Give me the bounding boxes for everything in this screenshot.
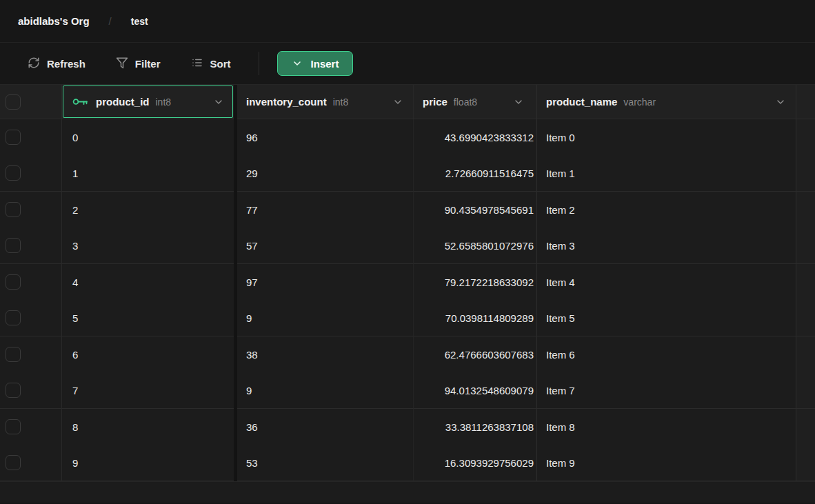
row-select-cell[interactable] <box>0 445 62 482</box>
row-select-cell[interactable] <box>0 336 62 373</box>
cell-inventory_count[interactable]: 36 <box>237 409 414 445</box>
column-type: varchar <box>623 97 656 108</box>
breadcrumb-separator: / <box>109 15 112 27</box>
cell-product_name[interactable]: Item 2 <box>537 192 796 228</box>
breadcrumb-org[interactable]: abidlabs's Org <box>18 15 90 27</box>
column-header-inventory_count[interactable]: inventory_count int8 <box>237 85 414 119</box>
cell-product_id[interactable]: 1 <box>62 156 234 192</box>
insert-button[interactable]: Insert <box>277 51 354 76</box>
cell-product_name[interactable]: Item 8 <box>537 409 796 445</box>
column-header-product_id[interactable]: product_id int8 <box>62 85 234 119</box>
row-select-cell[interactable] <box>0 192 62 228</box>
column-header-product_name[interactable]: product_name varchar <box>537 85 796 119</box>
cell-inventory_count[interactable]: 97 <box>237 264 414 301</box>
cell-inventory_count[interactable]: 96 <box>237 119 414 156</box>
cell-product_name[interactable]: Item 4 <box>537 264 796 301</box>
cell-price[interactable]: 43.6990423833312 <box>414 119 537 156</box>
cell-price[interactable]: 94.0132548609079 <box>414 373 537 410</box>
chevron-down-icon <box>292 58 303 69</box>
row-checkbox[interactable] <box>6 238 21 253</box>
chevron-down-icon[interactable] <box>775 97 786 108</box>
cell-price[interactable]: 33.3811263837108 <box>414 409 537 445</box>
chevron-down-icon[interactable] <box>392 97 403 108</box>
select-all-checkbox[interactable] <box>6 94 21 110</box>
column-type: int8 <box>333 97 349 108</box>
row-empty-strip <box>796 156 815 192</box>
row-checkbox[interactable] <box>6 310 21 325</box>
cell-product_name[interactable]: Item 7 <box>537 373 796 410</box>
breadcrumb-table[interactable]: test <box>131 16 148 27</box>
cell-product_name[interactable]: Item 6 <box>537 336 796 373</box>
cell-product_id[interactable]: 8 <box>62 409 234 445</box>
cell-product_id[interactable]: 4 <box>62 264 234 301</box>
row-checkbox[interactable] <box>6 383 21 398</box>
cell-inventory_count[interactable]: 9 <box>237 301 414 337</box>
row-checkbox[interactable] <box>6 455 21 470</box>
refresh-icon <box>28 57 40 71</box>
cell-product_name[interactable]: Item 9 <box>537 445 796 482</box>
row-empty-strip <box>796 119 815 156</box>
row-select-cell[interactable] <box>0 409 62 445</box>
cell-product_id[interactable]: 7 <box>62 373 234 410</box>
table-row: 0 96 43.6990423833312 Item 0 <box>0 119 815 156</box>
refresh-label: Refresh <box>47 58 85 70</box>
data-grid: product_id int8 inventory_count int8 pri… <box>0 85 815 481</box>
row-empty-strip <box>796 336 815 373</box>
column-header-price[interactable]: price float8 <box>414 85 537 119</box>
cell-price[interactable]: 52.6585801072976 <box>414 228 537 265</box>
cell-product_id[interactable]: 2 <box>62 192 234 228</box>
cell-price[interactable]: 62.4766603607683 <box>414 336 537 373</box>
cell-inventory_count[interactable]: 29 <box>237 156 414 192</box>
table-body: 0 96 43.6990423833312 Item 0 1 29 2.7266… <box>0 119 815 481</box>
cell-product_name[interactable]: Item 0 <box>537 119 796 156</box>
cell-product_id[interactable]: 9 <box>62 445 234 482</box>
chevron-down-icon[interactable] <box>513 97 524 108</box>
row-checkbox[interactable] <box>6 130 21 145</box>
cell-product_id[interactable]: 6 <box>62 336 234 373</box>
chevron-down-icon[interactable] <box>213 97 224 108</box>
cell-inventory_count[interactable]: 53 <box>237 445 414 482</box>
toolbar: Refresh Filter Sort Insert <box>0 43 815 85</box>
row-empty-strip <box>796 301 815 337</box>
table-header-row: product_id int8 inventory_count int8 pri… <box>0 85 815 119</box>
row-select-cell[interactable] <box>0 264 62 301</box>
row-empty-strip <box>796 192 815 228</box>
funnel-icon <box>116 57 128 71</box>
cell-product_name[interactable]: Item 5 <box>537 301 796 337</box>
row-select-cell[interactable] <box>0 119 62 156</box>
row-select-cell[interactable] <box>0 228 62 265</box>
cell-inventory_count[interactable]: 38 <box>237 336 414 373</box>
cell-price[interactable]: 79.2172218633092 <box>414 264 537 301</box>
row-checkbox[interactable] <box>6 274 21 290</box>
cell-product_id[interactable]: 5 <box>62 301 234 337</box>
row-checkbox[interactable] <box>6 165 21 181</box>
cell-inventory_count[interactable]: 57 <box>237 228 414 265</box>
table-row: 7 9 94.0132548609079 Item 7 <box>0 373 815 410</box>
cell-price[interactable]: 90.4354978545691 <box>414 192 537 228</box>
cell-price[interactable]: 16.3093929756029 <box>414 445 537 482</box>
row-select-cell[interactable] <box>0 373 62 410</box>
cell-price[interactable]: 70.0398114809289 <box>414 301 537 337</box>
sort-button[interactable]: Sort <box>184 51 238 77</box>
cell-product_id[interactable]: 3 <box>62 228 234 265</box>
table-row: 5 9 70.0398114809289 Item 5 <box>0 301 815 337</box>
cell-inventory_count[interactable]: 9 <box>237 373 414 410</box>
breadcrumb: abidlabs's Org / test <box>0 0 815 43</box>
column-type: int8 <box>156 97 172 108</box>
select-all-cell[interactable] <box>0 85 62 119</box>
row-checkbox[interactable] <box>6 347 21 362</box>
cell-product_id[interactable]: 0 <box>62 119 234 156</box>
table-row: 8 36 33.3811263837108 Item 8 <box>0 409 815 445</box>
cell-price[interactable]: 2.72660911516475 <box>414 156 537 192</box>
cell-product_name[interactable]: Item 1 <box>537 156 796 192</box>
column-name: product_id <box>96 96 150 108</box>
filter-button[interactable]: Filter <box>109 51 168 77</box>
cell-inventory_count[interactable]: 77 <box>237 192 414 228</box>
cell-product_name[interactable]: Item 3 <box>537 228 796 265</box>
sort-label: Sort <box>210 58 231 70</box>
refresh-button[interactable]: Refresh <box>21 51 92 77</box>
row-checkbox[interactable] <box>6 419 21 434</box>
row-select-cell[interactable] <box>0 156 62 192</box>
row-checkbox[interactable] <box>6 202 21 217</box>
row-select-cell[interactable] <box>0 301 62 337</box>
